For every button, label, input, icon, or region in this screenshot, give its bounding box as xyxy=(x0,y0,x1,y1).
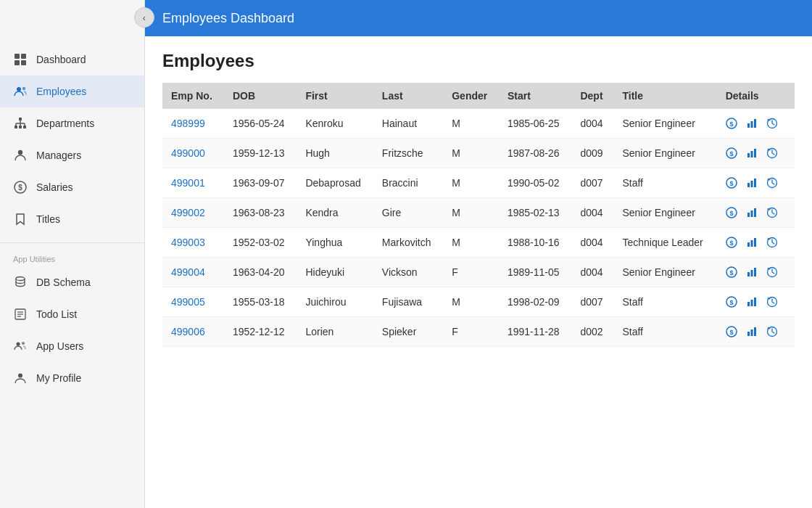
table-cell: Fujisawa xyxy=(373,287,443,317)
table-row: 4990051955-03-18JuichirouFujisawaM1998-0… xyxy=(162,287,795,317)
appusers-icon xyxy=(13,339,28,353)
svg-rect-7 xyxy=(14,126,17,128)
salary-icon[interactable]: $ xyxy=(726,237,742,248)
emp-no-link[interactable]: 499000 xyxy=(171,147,205,159)
chart-icon[interactable] xyxy=(746,326,762,337)
svg-rect-52 xyxy=(747,242,750,247)
table-row: 4989991956-05-24KenrokuHainautM1985-06-2… xyxy=(162,109,795,139)
chart-icon[interactable] xyxy=(746,296,762,308)
table-cell: 1956-05-24 xyxy=(224,109,297,139)
sidebar-item-label: Todo List xyxy=(36,308,77,320)
chart-icon[interactable] xyxy=(746,147,762,159)
sidebar-item-managers[interactable]: Managers xyxy=(0,139,144,171)
salary-icon[interactable]: $ xyxy=(726,296,742,308)
salary-icon[interactable]: $ xyxy=(726,266,742,278)
svg-point-24 xyxy=(22,342,25,345)
table-cell: Senior Engineer xyxy=(613,258,716,287)
col-dob: DOB xyxy=(224,83,297,109)
emp-no-link[interactable]: 499006 xyxy=(171,326,205,337)
chart-icon[interactable] xyxy=(746,237,762,248)
history-icon[interactable] xyxy=(766,207,782,218)
svg-rect-1 xyxy=(21,54,26,59)
col-title: Title xyxy=(613,83,716,109)
sidebar-item-dashboard[interactable]: Dashboard xyxy=(0,44,144,75)
sidebar: ‹ Dashboard xyxy=(0,0,145,508)
sidebar-item-departments[interactable]: Departments xyxy=(0,107,144,139)
svg-text:$: $ xyxy=(729,210,733,217)
page-title: Employees xyxy=(162,51,795,71)
table-cell: Staff xyxy=(613,287,716,317)
sidebar-item-db-schema[interactable]: DB Schema xyxy=(0,266,144,298)
table-cell: d004 xyxy=(571,258,613,287)
sidebar-toggle[interactable]: ‹ xyxy=(134,7,154,28)
table-cell: Senior Engineer xyxy=(613,198,716,228)
chart-icon[interactable] xyxy=(746,207,762,218)
table-cell: Kenroku xyxy=(297,109,373,139)
sidebar-item-salaries[interactable]: $ Salaries xyxy=(0,171,144,203)
table-cell: 1985-06-25 xyxy=(499,109,572,139)
sidebar-item-label: Employees xyxy=(36,86,86,97)
table-cell: 1959-12-13 xyxy=(224,139,297,168)
table-cell: 1963-09-07 xyxy=(224,168,297,198)
svg-text:$: $ xyxy=(729,239,733,247)
salary-icon[interactable]: $ xyxy=(726,177,742,189)
col-dept: Dept xyxy=(571,83,613,109)
chart-icon[interactable] xyxy=(746,266,762,278)
db-icon xyxy=(13,275,28,290)
emp-no-link[interactable]: 499002 xyxy=(171,207,205,218)
svg-text:$: $ xyxy=(729,120,733,128)
svg-rect-2 xyxy=(14,60,20,65)
table-cell: 1998-02-09 xyxy=(499,287,572,317)
table-row: 4990021963-08-23KendraGireM1985-02-13d00… xyxy=(162,198,795,228)
content-area: Employees Emp No. DOB First Last Gender … xyxy=(145,36,812,508)
emp-no-link[interactable]: 499003 xyxy=(171,237,205,248)
salary-icon[interactable]: $ xyxy=(726,207,742,218)
history-icon[interactable] xyxy=(766,118,782,129)
svg-text:$: $ xyxy=(729,329,733,336)
chart-icon[interactable] xyxy=(746,177,762,189)
table-cell: Hugh xyxy=(297,139,373,168)
emp-no-link[interactable]: 499001 xyxy=(171,177,205,189)
table-cell: F xyxy=(443,258,499,287)
table-cell: d004 xyxy=(571,198,613,228)
salary-icon[interactable]: $ xyxy=(726,118,742,129)
sidebar-item-titles[interactable]: Titles xyxy=(0,203,144,235)
svg-point-5 xyxy=(22,87,25,90)
svg-rect-48 xyxy=(754,208,756,217)
dollar-icon: $ xyxy=(13,180,28,194)
table-cell: Gire xyxy=(373,198,443,228)
history-icon[interactable] xyxy=(766,147,782,159)
profile-icon xyxy=(13,371,28,385)
table-cell: 1987-08-26 xyxy=(499,139,572,168)
history-icon[interactable] xyxy=(766,237,782,248)
table-row: 4990041963-04-20HideyukiVicksonF1989-11-… xyxy=(162,258,795,287)
utilities-label: App Utilities xyxy=(0,250,144,266)
emp-no-link[interactable]: 498999 xyxy=(171,118,205,129)
salary-icon[interactable]: $ xyxy=(726,147,742,159)
table-cell: M xyxy=(443,109,499,139)
table-cell: Staff xyxy=(613,168,716,198)
sidebar-item-my-profile[interactable]: My Profile xyxy=(0,362,144,394)
history-icon[interactable] xyxy=(766,296,782,308)
emp-no-link[interactable]: 499005 xyxy=(171,296,205,308)
history-icon[interactable] xyxy=(766,266,782,278)
table-cell: 1963-08-23 xyxy=(224,198,297,228)
table-cell: 1991-11-28 xyxy=(499,317,572,347)
page-header: Employees Dashboard xyxy=(145,0,812,36)
svg-rect-72 xyxy=(754,327,756,336)
col-last: Last xyxy=(373,83,443,109)
table-cell: Hideyuki xyxy=(297,258,373,287)
history-icon[interactable] xyxy=(766,177,782,189)
svg-point-23 xyxy=(17,343,20,346)
chart-icon[interactable] xyxy=(746,118,762,129)
sidebar-item-todo-list[interactable]: Todo List xyxy=(0,298,144,330)
salary-icon[interactable]: $ xyxy=(726,326,742,337)
history-icon[interactable] xyxy=(766,326,782,337)
table-cell: d009 xyxy=(571,139,613,168)
sidebar-item-employees[interactable]: Employees xyxy=(0,75,144,107)
svg-rect-46 xyxy=(747,213,750,217)
emp-no-link[interactable]: 499004 xyxy=(171,266,205,278)
sidebar-item-app-users[interactable]: App Users xyxy=(0,330,144,362)
sidebar-item-label: App Users xyxy=(36,340,83,352)
employees-table: Emp No. DOB First Last Gender Start Dept… xyxy=(162,83,795,347)
